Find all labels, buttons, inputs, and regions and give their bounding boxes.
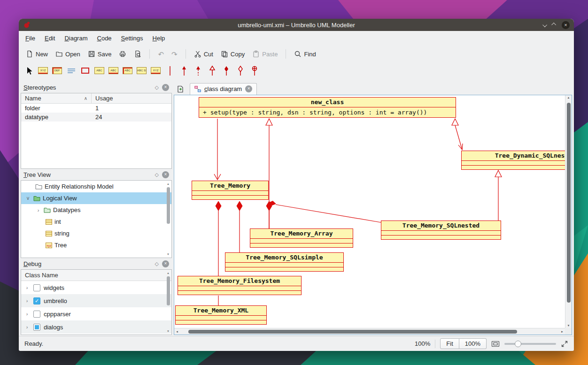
column-header-usage[interactable]: Usage	[92, 93, 171, 103]
slider-track[interactable]	[504, 343, 556, 345]
class-box-tree-memory-filesystem[interactable]: Tree_Memory_Filesystem	[178, 276, 302, 295]
fit-page-icon[interactable]	[491, 340, 500, 348]
menu-edit[interactable]: Edit	[41, 33, 59, 44]
class-box-tree-memory-xml[interactable]: Tree_Memory_XML	[175, 305, 267, 325]
close-panel-icon[interactable]: ×	[162, 84, 169, 91]
tree-item-entity-relationship-model[interactable]: Entity Relationship Model	[21, 181, 171, 192]
debug-item-umbrello[interactable]: › ✓ umbrello	[21, 294, 171, 307]
note-tool[interactable]	[66, 65, 77, 76]
window-close-button[interactable]: ×	[562, 21, 570, 29]
close-panel-icon[interactable]: ×	[162, 171, 169, 178]
close-panel-icon[interactable]: ×	[162, 260, 169, 267]
checkbox-partial[interactable]	[33, 324, 40, 331]
scroll-up-icon[interactable]: ▲	[565, 96, 572, 99]
maximize-button[interactable]	[553, 21, 556, 29]
class-box-new-class[interactable]: new_class + setup(type : string, dsn : s…	[199, 97, 456, 118]
scroll-up-icon[interactable]: ▲	[165, 271, 171, 275]
diagram-canvas[interactable]: new_class + setup(type : string, dsn : s…	[174, 95, 565, 328]
float-panel-icon[interactable]: ◇	[155, 84, 159, 91]
app-icon[interactable]	[23, 21, 31, 29]
scroll-down-icon[interactable]: ▼	[565, 324, 572, 327]
class-box-tree-memory-sqlsimple[interactable]: Tree_Memory_SQLsimple	[225, 252, 344, 272]
box-tool[interactable]	[80, 65, 91, 76]
containment-tool[interactable]	[249, 65, 260, 76]
debug-column-header[interactable]: Class Name	[21, 270, 171, 281]
class-box-tree-memory-sqlnested[interactable]: Tree_Memory_SQLnested	[381, 221, 501, 240]
table-row[interactable]: datatype 24	[21, 113, 171, 122]
debug-item-widgets[interactable]: › widgets	[21, 281, 171, 294]
horizontal-scrollbar[interactable]: ◄ ►	[174, 328, 565, 335]
float-panel-icon[interactable]: ◇	[155, 172, 159, 178]
tree-scrollbar[interactable]: ▲ ▼	[165, 182, 171, 257]
zoom-slider[interactable]	[504, 340, 556, 348]
expand-icon[interactable]	[561, 340, 568, 348]
checkbox-checked[interactable]: ✓	[33, 297, 40, 304]
print-button[interactable]	[116, 48, 130, 60]
aggregation-tool[interactable]	[235, 65, 246, 76]
scroll-left-icon[interactable]: ◄	[176, 330, 178, 333]
debug-item-cppparser[interactable]: › cppparser	[21, 307, 171, 320]
text-tool[interactable]: ABC	[94, 65, 105, 76]
object-tool[interactable]: DEF	[52, 65, 62, 76]
datatype-tool[interactable]: ABC	[122, 65, 133, 76]
interface-tool[interactable]: ABC	[108, 65, 119, 76]
class-box-tree-dynamic-sqlnest[interactable]: Tree_Dynamic_SQLnest	[461, 151, 565, 170]
composition-tool[interactable]	[221, 65, 232, 76]
tree-item-tree[interactable]: xyz Tree	[21, 239, 171, 251]
expander-closed-icon[interactable]: ›	[35, 207, 41, 213]
debug-scrollbar[interactable]: ▲ ▼	[165, 271, 171, 334]
tab-class-diagram[interactable]: class diagram ×	[190, 83, 257, 95]
cut-button[interactable]: Cut	[191, 48, 217, 60]
scroll-right-icon[interactable]: ►	[561, 330, 564, 333]
print-preview-button[interactable]	[131, 48, 145, 60]
tab-close-icon[interactable]: ×	[245, 85, 252, 92]
vertical-scrollbar[interactable]: ▲ ▼	[565, 95, 572, 328]
checkbox-unchecked[interactable]	[33, 284, 40, 291]
enum-tool[interactable]: ABC SSN	[136, 65, 147, 76]
column-header-name[interactable]: Name ∧	[21, 93, 92, 103]
menu-diagram[interactable]: Diagram	[61, 33, 91, 44]
class-tool[interactable]: XYZ	[38, 65, 48, 76]
stereotypes-panel-header[interactable]: Stereotypes ◇ ×	[21, 82, 172, 93]
new-button[interactable]: New	[23, 48, 51, 60]
association-tool[interactable]	[164, 65, 175, 76]
zoom-100-button[interactable]: 100%	[459, 338, 487, 349]
tree-view-panel-header[interactable]: Tree View ◇ ×	[21, 169, 172, 180]
class-box-tree-memory-array[interactable]: Tree_Memory_Array	[250, 228, 353, 248]
scrollbar-thumb[interactable]	[167, 276, 170, 305]
tree-item-logical-view[interactable]: ∨ Logical View	[21, 192, 171, 204]
scroll-down-icon[interactable]: ▼	[165, 252, 171, 257]
expander-closed-icon[interactable]: ›	[24, 298, 30, 304]
entity-tool[interactable]: XYZ	[150, 65, 161, 76]
scroll-up-icon[interactable]: ▲	[165, 182, 171, 186]
dependency-tool[interactable]	[193, 65, 203, 76]
float-panel-icon[interactable]: ◇	[155, 261, 159, 267]
class-box-tree-memory[interactable]: Tree_Memory	[192, 181, 269, 200]
open-button[interactable]: Open	[52, 48, 84, 60]
titlebar[interactable]: umbrello-uml.xmi – Umbrello UML Modeller…	[19, 19, 574, 31]
scrollbar-thumb[interactable]	[167, 187, 170, 224]
find-button[interactable]: Find	[291, 48, 319, 60]
directed-association-tool[interactable]	[178, 65, 189, 76]
scrollbar-thumb[interactable]	[188, 330, 517, 334]
generalization-tool[interactable]	[207, 65, 217, 76]
menu-help[interactable]: Help	[149, 33, 169, 44]
select-tool[interactable]	[23, 65, 34, 76]
new-tab-button[interactable]	[175, 84, 186, 94]
slider-handle[interactable]	[515, 341, 521, 347]
save-button[interactable]: Save	[85, 48, 115, 60]
tree-item-string[interactable]: string	[21, 228, 171, 239]
tree-item-int[interactable]: int	[21, 216, 171, 228]
menu-file[interactable]: File	[22, 33, 39, 44]
menu-settings[interactable]: Settings	[117, 33, 147, 44]
expander-closed-icon[interactable]: ›	[24, 311, 30, 317]
tree-item-datatypes[interactable]: › Datatypes	[21, 204, 171, 216]
expander-closed-icon[interactable]: ›	[24, 324, 30, 330]
expander-open-icon[interactable]: ∨	[25, 195, 31, 201]
shade-button[interactable]	[544, 21, 547, 29]
debug-item-dialogs[interactable]: › dialogs	[21, 320, 171, 334]
debug-panel-header[interactable]: Debug ◇ ×	[21, 258, 172, 269]
scrollbar-thumb[interactable]	[567, 103, 571, 303]
copy-button[interactable]: Copy	[217, 48, 248, 60]
expander-closed-icon[interactable]: ›	[24, 285, 30, 290]
